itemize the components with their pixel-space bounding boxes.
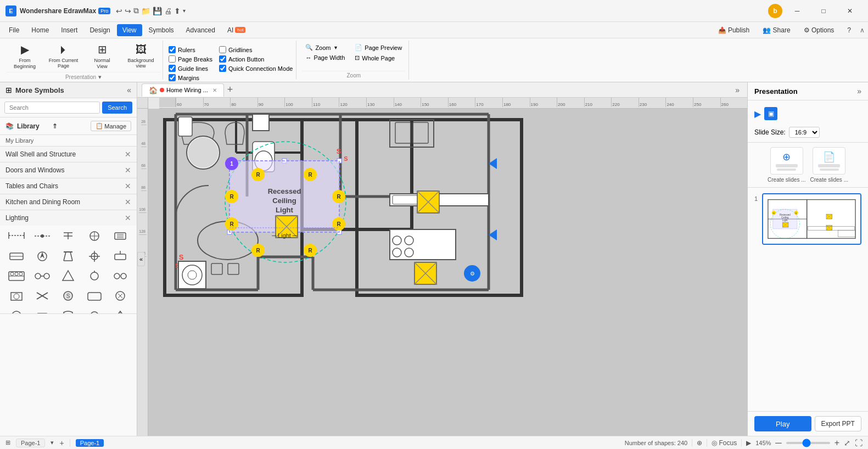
light-sym-8[interactable] xyxy=(58,249,78,264)
help-button[interactable]: ? xyxy=(843,25,855,36)
search-input[interactable] xyxy=(4,102,100,114)
light-sym-4[interactable] xyxy=(85,228,104,244)
action-button-checkbox[interactable] xyxy=(219,55,226,63)
light-sym-10[interactable] xyxy=(110,249,130,264)
kitchen-close[interactable]: ✕ xyxy=(125,198,131,206)
slide-size-select[interactable]: 16:9 4:3 xyxy=(789,127,820,138)
drawing-canvas[interactable]: R R R R R R R R xyxy=(148,109,747,436)
dropdown-button[interactable]: ▾ xyxy=(183,6,186,15)
light-sym-20[interactable] xyxy=(110,288,130,304)
my-library-item[interactable]: My Library xyxy=(0,135,137,147)
presentation-expand-button[interactable]: » xyxy=(857,87,861,96)
guide-lines-checkbox-label[interactable]: Guide lines xyxy=(169,65,212,72)
light-sym-5[interactable] xyxy=(110,228,130,244)
light-sym-22[interactable] xyxy=(32,308,52,313)
user-avatar[interactable]: b xyxy=(768,4,782,18)
page-breaks-checkbox[interactable] xyxy=(169,55,176,63)
menu-design[interactable]: Design xyxy=(84,24,115,36)
light-sym-24[interactable] xyxy=(85,308,104,313)
page-preview-button[interactable]: 📄 Page Preview xyxy=(351,43,405,52)
light-sym-7[interactable] xyxy=(32,249,52,264)
new-window-button[interactable]: ⧉ xyxy=(133,6,139,15)
tables-chairs-header[interactable]: Tables and Chairs ✕ xyxy=(0,178,137,194)
close-button[interactable]: ✕ xyxy=(837,3,863,19)
light-sym-25[interactable] xyxy=(110,308,130,313)
fit-page-button[interactable]: ⤢ xyxy=(844,439,850,447)
light-sym-16[interactable] xyxy=(7,288,26,304)
tables-chairs-close[interactable]: ✕ xyxy=(125,182,131,190)
light-sym-19[interactable] xyxy=(85,288,104,304)
light-sym-15[interactable] xyxy=(110,268,130,284)
margins-checkbox[interactable] xyxy=(169,74,176,81)
light-sym-23[interactable] xyxy=(58,308,78,313)
background-view-button[interactable]: 🖼 Background view xyxy=(121,41,160,72)
collapse-ribbon-button[interactable]: ∧ xyxy=(860,26,865,34)
focus-button[interactable]: ◎ Focus xyxy=(712,439,737,447)
normal-view-button[interactable]: ⊞ Normal View xyxy=(84,41,120,72)
light-sym-14[interactable] xyxy=(85,268,104,284)
play-status-button[interactable]: ▶ xyxy=(746,439,751,447)
page-breaks-checkbox-label[interactable]: Page Breaks xyxy=(169,55,212,63)
menu-advanced[interactable]: Advanced xyxy=(181,24,221,36)
open-button[interactable]: 📁 xyxy=(141,6,150,15)
add-page-button[interactable]: + xyxy=(59,439,64,447)
layers-button[interactable]: ⊕ xyxy=(697,439,702,447)
menu-insert[interactable]: Insert xyxy=(55,24,83,36)
doors-windows-header[interactable]: Doors and Windows ✕ xyxy=(0,162,137,178)
collapse-left-panel-button[interactable]: « xyxy=(137,252,145,266)
add-tab-button[interactable]: + xyxy=(227,84,233,96)
light-sym-9[interactable] xyxy=(85,249,104,264)
gridlines-checkbox[interactable] xyxy=(219,46,226,53)
create-slides-auto-btn[interactable]: ⊕ Create slides ... xyxy=(768,147,805,183)
menu-ai[interactable]: AI hot xyxy=(222,24,251,36)
lighting-close[interactable]: ✕ xyxy=(125,214,131,222)
slide-1-preview[interactable]: Recessed Ceiling Light R xyxy=(762,193,861,245)
light-sym-21[interactable] xyxy=(7,308,26,313)
page-dropdown[interactable]: ▾ xyxy=(51,439,54,446)
panel-collapse-button[interactable]: « xyxy=(127,86,131,94)
zoom-slider[interactable] xyxy=(786,442,830,444)
zoom-in-button[interactable]: + xyxy=(835,438,839,448)
share-button[interactable]: 👥 Share xyxy=(758,25,794,36)
light-sym-6[interactable] xyxy=(7,249,26,264)
quick-conn-checkbox[interactable] xyxy=(219,65,226,72)
play-button[interactable]: Play xyxy=(754,416,811,431)
menu-view[interactable]: View xyxy=(117,24,142,36)
light-sym-18[interactable]: S xyxy=(58,288,78,304)
from-current-button[interactable]: ⏵ From Current Page xyxy=(44,41,83,72)
light-sym-13[interactable] xyxy=(58,268,78,284)
gridlines-checkbox-label[interactable]: Gridlines xyxy=(219,46,293,53)
kitchen-header[interactable]: Kitchen and Dining Room ✕ xyxy=(0,194,137,210)
wall-shell-header[interactable]: Wall Shell and Structure ✕ xyxy=(0,147,137,162)
zoom-out-button[interactable]: ─ xyxy=(775,438,781,448)
manage-button[interactable]: 📋 Manage xyxy=(91,121,131,131)
menu-symbols[interactable]: Symbols xyxy=(143,24,180,36)
home-wiring-tab[interactable]: 🏠 Home Wiring ... ✕ xyxy=(142,83,224,97)
guide-lines-checkbox[interactable] xyxy=(169,65,176,72)
rulers-checkbox-label[interactable]: Rulers xyxy=(169,46,212,53)
export-ppt-button[interactable]: Export PPT xyxy=(815,416,862,431)
maximize-button[interactable]: □ xyxy=(811,3,836,19)
export-button[interactable]: ⬆ xyxy=(174,6,181,15)
undo-button[interactable]: ↩ xyxy=(116,6,122,15)
print-button[interactable]: 🖨 xyxy=(164,6,172,15)
save-button[interactable]: 💾 xyxy=(153,6,162,15)
wall-shell-close[interactable]: ✕ xyxy=(125,150,131,159)
publish-button[interactable]: 📤 Publish xyxy=(714,25,754,36)
rulers-checkbox[interactable] xyxy=(169,46,176,53)
lighting-header[interactable]: Lighting ✕ xyxy=(0,210,137,226)
quick-conn-checkbox-label[interactable]: Quick Connection Mode xyxy=(219,65,293,72)
full-screen-button[interactable]: ⛶ xyxy=(855,439,863,447)
light-sym-1[interactable] xyxy=(7,228,26,244)
margins-checkbox-label[interactable]: Margins xyxy=(169,74,212,81)
light-sym-11[interactable] xyxy=(7,268,26,284)
zoom-button[interactable]: 🔍 Zoom ▾ xyxy=(302,43,348,52)
action-button-checkbox-label[interactable]: Action Button xyxy=(219,55,293,63)
panel-right-expand[interactable]: » xyxy=(732,86,743,94)
light-sym-12[interactable] xyxy=(32,268,52,284)
from-beginning-button[interactable]: ▶ From Beginning xyxy=(7,41,43,72)
whole-page-button[interactable]: ⊡ Whole Page xyxy=(351,53,405,63)
light-sym-17[interactable] xyxy=(32,288,52,304)
search-button[interactable]: Search xyxy=(102,102,132,114)
page-width-button[interactable]: ↔ Page Width xyxy=(302,53,348,62)
